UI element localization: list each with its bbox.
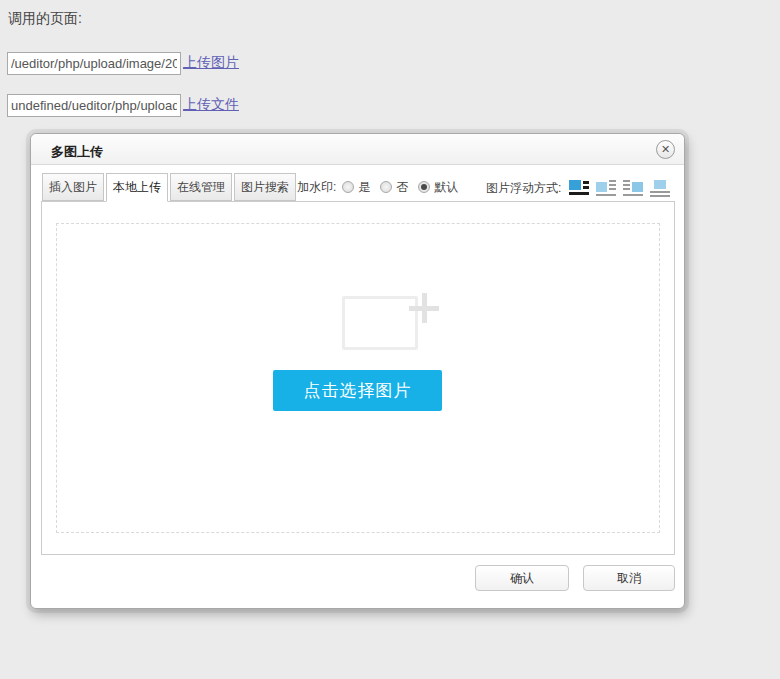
cancel-button[interactable]: 取消	[583, 565, 675, 591]
image-path-input[interactable]	[7, 52, 181, 75]
watermark-option-no[interactable]: 否	[380, 179, 408, 196]
dialog-tabs: 插入图片 本地上传 在线管理 图片搜索	[42, 173, 298, 202]
file-path-input[interactable]	[7, 94, 181, 117]
confirm-button[interactable]: 确认	[475, 565, 569, 591]
watermark-group: 加水印: 是 否 默认	[297, 177, 468, 197]
upload-content-panel: 点击选择图片	[41, 201, 675, 555]
watermark-option-yes[interactable]: 是	[342, 179, 370, 196]
tab-online-manage[interactable]: 在线管理	[170, 173, 232, 201]
tab-insert-image[interactable]: 插入图片	[42, 173, 104, 201]
float-mode-label: 图片浮动方式:	[486, 180, 561, 197]
upload-image-row: 上传图片	[7, 51, 239, 75]
float-center-icon[interactable]	[650, 179, 670, 197]
radio-selected-icon[interactable]	[418, 181, 430, 193]
select-image-button[interactable]: 点击选择图片	[273, 370, 442, 411]
watermark-option-no-label: 否	[396, 179, 408, 196]
float-mode-group: 图片浮动方式:	[486, 178, 677, 198]
float-left-icon[interactable]	[596, 179, 616, 197]
upload-file-link[interactable]: 上传文件	[183, 96, 239, 114]
watermark-option-default[interactable]: 默认	[418, 179, 458, 196]
upload-file-row: 上传文件	[7, 93, 239, 117]
watermark-label: 加水印:	[297, 179, 336, 196]
add-image-ghost-icon	[342, 296, 418, 350]
radio-unselected-icon[interactable]	[380, 181, 392, 193]
multi-image-upload-dialog: 多图上传 ✕ 插入图片 本地上传 在线管理 图片搜索 加水印: 是 否 默认 图…	[30, 133, 685, 609]
float-right-icon[interactable]	[623, 179, 643, 197]
dialog-title: 多图上传	[51, 143, 103, 161]
upload-image-link[interactable]: 上传图片	[183, 54, 239, 72]
float-none-icon[interactable]	[569, 179, 589, 197]
drop-zone[interactable]: 点击选择图片	[56, 223, 660, 533]
close-icon[interactable]: ✕	[656, 140, 675, 159]
tab-image-search[interactable]: 图片搜索	[234, 173, 296, 201]
watermark-option-default-label: 默认	[434, 179, 458, 196]
dialog-header: 多图上传 ✕	[31, 134, 684, 165]
tab-local-upload[interactable]: 本地上传	[106, 173, 168, 202]
plus-icon	[422, 293, 427, 323]
watermark-option-yes-label: 是	[358, 179, 370, 196]
page-heading: 调用的页面:	[8, 10, 82, 28]
radio-unselected-icon[interactable]	[342, 181, 354, 193]
